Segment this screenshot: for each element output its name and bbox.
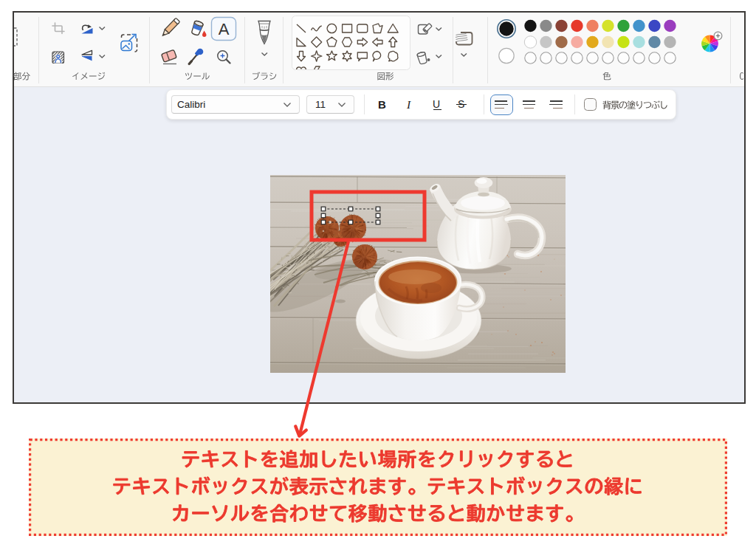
- svg-text:A: A: [219, 20, 230, 38]
